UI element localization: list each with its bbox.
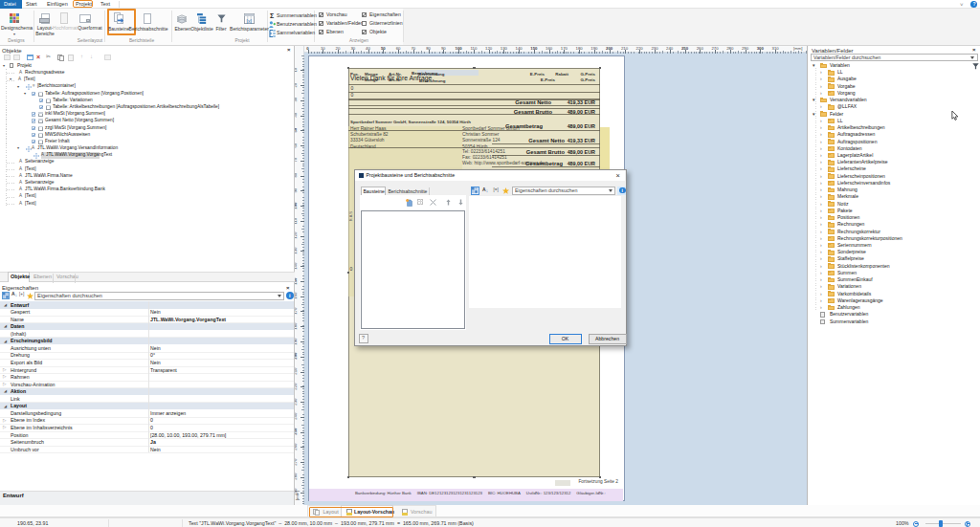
svg-text:[x]: [x] <box>247 17 253 23</box>
